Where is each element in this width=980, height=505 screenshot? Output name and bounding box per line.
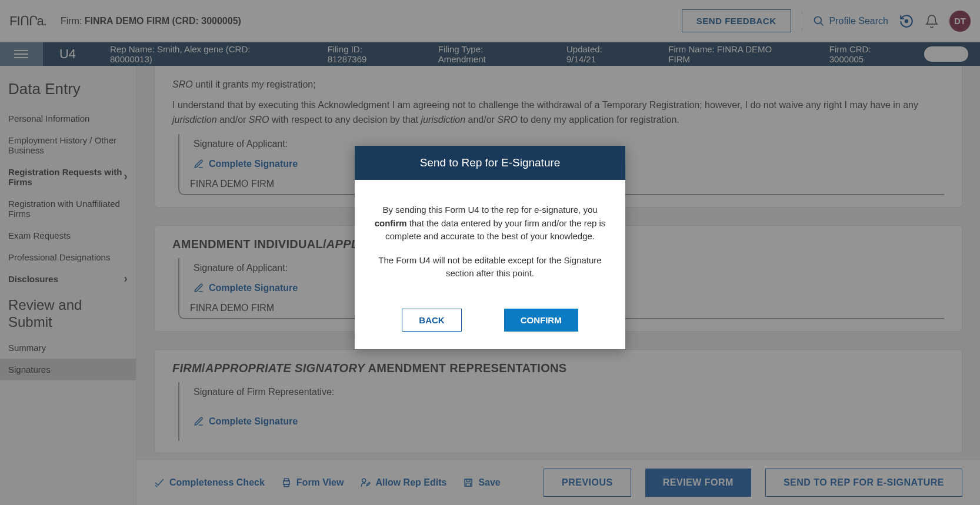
modal-para-1: By sending this Form U4 to the rep for e…: [374, 203, 606, 243]
esignature-modal: Send to Rep for E-Signature By sending t…: [355, 146, 625, 349]
modal-back-button[interactable]: BACK: [402, 309, 461, 332]
modal-overlay[interactable]: Send to Rep for E-Signature By sending t…: [0, 0, 980, 505]
modal-body: By sending this Form U4 to the rep for e…: [355, 180, 625, 298]
modal-para-2: The Form U4 will not be editable except …: [374, 254, 606, 280]
modal-title: Send to Rep for E-Signature: [355, 146, 625, 180]
modal-footer: BACK CONFIRM: [355, 298, 625, 349]
modal-confirm-button[interactable]: CONFIRM: [504, 309, 578, 332]
